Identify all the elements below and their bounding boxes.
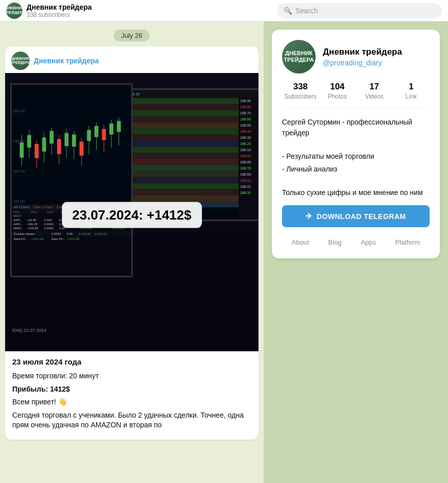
stat-subscribers-value: 338 (282, 82, 319, 92)
desc-line2: - Результаты моей торговли (282, 151, 430, 162)
stat-link-value: 1 (393, 82, 430, 92)
search-placeholder: Search (295, 7, 318, 15)
header-info: Дневник трейдера 338 subscribers (27, 3, 92, 18)
post-profit: Прибыль: 1412$ (12, 384, 251, 395)
channel-description: Сергей Сутормин - профессиональный трейд… (282, 117, 430, 198)
channel-title-block: Дневник трейдера @protrading_diary (323, 47, 402, 67)
svg-rect-63 (117, 121, 121, 132)
stat-photos: 104 Photos (319, 82, 356, 100)
header: ДНЕВНИКТРЕЙДЕРА Дневник трейдера 338 sub… (0, 0, 448, 21)
post-body: Сегодня торговал с учениками. Было 2 уда… (12, 410, 251, 430)
stat-videos: 17 Videos (356, 82, 393, 100)
profit-overlay: 23.07.2024: +1412$ (62, 202, 202, 228)
svg-rect-53 (80, 141, 84, 156)
post-text: 23 июля 2024 года Время торговли: 20 мин… (5, 351, 258, 440)
post-card: ДНЕВНИКТРЕЙДЕРА Дневник трейдера (5, 46, 258, 440)
feed-panel: July 26 ДНЕВНИКТРЕЙДЕРА Дневник трейдера (0, 21, 264, 483)
svg-rect-59 (102, 129, 106, 140)
channel-avatar-large: ДНЕВНИКТРЕЙДЕРА (282, 40, 316, 74)
svg-text:184.00: 184.00 (13, 199, 25, 204)
nav-about[interactable]: About (288, 236, 313, 248)
svg-rect-45 (50, 131, 54, 144)
stat-subscribers-label: Subscribers (282, 93, 319, 100)
svg-text:186.00: 186.00 (13, 169, 25, 174)
svg-rect-37 (20, 142, 24, 158)
post-date: 23 июля 2024 года (12, 357, 251, 366)
desc-line4: Только сухие цифры и мое мнение по ним (282, 187, 430, 198)
svg-rect-57 (95, 126, 99, 137)
header-left: ДНЕВНИКТРЕЙДЕРА Дневник трейдера 338 sub… (6, 3, 277, 19)
stat-subscribers: 338 Subscribers (282, 82, 319, 100)
enq-label: ENQ 23.07.2024 (12, 328, 46, 333)
stats-row: 338 Subscribers 104 Photos 17 Videos 1 L… (282, 82, 430, 109)
svg-rect-39 (27, 135, 31, 148)
header-subtitle: 338 subscribers (27, 11, 92, 18)
nav-blog[interactable]: Blog (324, 236, 346, 248)
svg-rect-41 (35, 144, 39, 158)
channel-nav: About Blog Apps Platform (282, 234, 430, 248)
channel-card-username: @protrading_diary (323, 59, 402, 67)
stat-link-label: Link (393, 93, 430, 100)
post-channel-name[interactable]: Дневник трейдера (34, 57, 99, 65)
post-avatar: ДНЕВНИКТРЕЙДЕРА (11, 52, 30, 70)
svg-rect-61 (109, 124, 113, 135)
channel-card-header: ДНЕВНИКТРЕЙДЕРА Дневник трейдера @protra… (282, 40, 430, 74)
info-panel: ДНЕВНИКТРЕЙДЕРА Дневник трейдера @protra… (264, 21, 448, 483)
date-badge: July 26 (114, 30, 149, 41)
post-image: AMZN ▼ DAY 188.39 (5, 73, 258, 351)
date-badge-container: July 26 (0, 21, 264, 46)
channel-card: ДНЕВНИКТРЕЙДЕРА Дневник трейдера @protra… (272, 30, 440, 258)
avatar: ДНЕВНИКТРЕЙДЕРА (6, 3, 22, 19)
desc-line1: Сергей Сутормин - профессиональный трейд… (282, 117, 430, 138)
search-icon: 🔍 (284, 7, 292, 15)
stat-photos-value: 104 (319, 82, 356, 92)
main-layout: July 26 ДНЕВНИКТРЕЙДЕРА Дневник трейдера (0, 21, 448, 483)
channel-card-name: Дневник трейдера (323, 47, 402, 57)
svg-rect-47 (57, 139, 61, 154)
desc-line3: - Личный анализ (282, 164, 430, 175)
svg-rect-55 (87, 130, 91, 141)
chart-monitor: 190.00 188.00 186.00 184.00 (10, 83, 133, 277)
search-bar[interactable]: 🔍 Search (277, 3, 442, 18)
post-header: ДНЕВНИКТРЕЙДЕРА Дневник трейдера (5, 46, 258, 73)
stat-link: 1 Link (393, 82, 430, 100)
stat-videos-value: 17 (356, 82, 393, 92)
post-greeting: Всем привет! 👋 (12, 397, 251, 407)
download-telegram-button[interactable]: ✈ DOWNLOAD TELEGRAM (282, 205, 430, 227)
svg-rect-51 (72, 134, 76, 147)
nav-apps[interactable]: Apps (357, 236, 380, 248)
svg-text:190.00: 190.00 (13, 109, 25, 113)
post-time: Время торговли: 20 минут (12, 371, 251, 381)
download-btn-label: DOWNLOAD TELEGRAM (317, 212, 406, 221)
stat-videos-label: Videos (356, 93, 393, 100)
stat-photos-label: Photos (319, 93, 356, 100)
telegram-icon: ✈ (305, 211, 313, 221)
trading-screen: AMZN ▼ DAY 188.39 (5, 73, 258, 351)
svg-rect-43 (42, 137, 46, 152)
header-title: Дневник трейдера (27, 3, 92, 11)
nav-platform[interactable]: Platform (391, 236, 424, 248)
svg-rect-49 (64, 133, 68, 146)
